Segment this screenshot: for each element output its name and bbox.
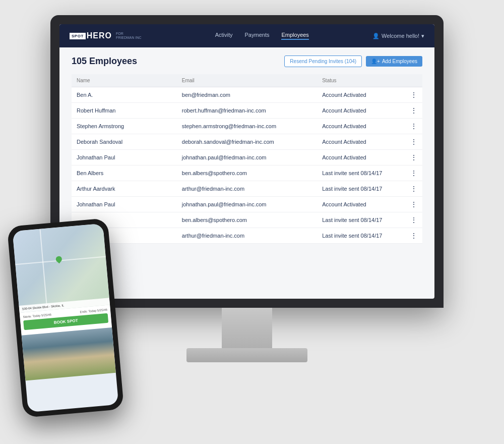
col-header-email: Email: [177, 74, 317, 87]
employee-name: Deborah Sandoval: [72, 134, 177, 150]
table-row: Stephen Armstrongstephen.armstrong@fried…: [72, 119, 422, 134]
page-content: 105 Employees Resend Pending Invites (10…: [59, 47, 434, 252]
navbar: SPOT HERO FOR FRIEDMAN INC Activity Paym…: [59, 24, 434, 47]
phone-screen: 500-04 Skokie Blvd - Skokie, IL Starts: …: [13, 224, 119, 412]
add-employees-button[interactable]: 👤+ Add Employees: [366, 56, 422, 67]
add-employees-label: Add Employees: [382, 59, 417, 64]
employee-name: Ben Albers: [72, 165, 177, 181]
table-header-row: Name Email Status: [72, 74, 422, 87]
nav-links: Activity Payments Employees: [152, 32, 372, 40]
employee-email: arthur@friedman-inc.com: [177, 228, 317, 244]
employee-name: Robert Huffman: [72, 103, 177, 119]
employee-status: Account Activated: [317, 103, 405, 119]
employee-email: stephen.armstrong@friedman-inc.com: [177, 119, 317, 134]
nav-user: 👤 Welcome hello! ▾: [372, 33, 424, 39]
map-road-vertical: [39, 229, 47, 311]
row-menu-button[interactable]: ⋮: [405, 87, 422, 103]
table-row: Deborah Sandovaldeborah.sandoval@friedma…: [72, 134, 422, 150]
employee-email: arthur@friedman-inc.com: [177, 181, 317, 197]
monitor-stand-neck: [222, 308, 272, 348]
employee-email: ben.albers@spothero.com: [177, 165, 317, 181]
employee-email: johnathan.paul@friedman-inc.com: [177, 150, 317, 165]
col-header-status: Status: [317, 74, 405, 87]
logo-hero: HERO: [87, 31, 112, 40]
user-label: Welcome hello!: [382, 33, 419, 39]
header-buttons: Resend Pending Invites (104) 👤+ Add Empl…: [284, 56, 422, 67]
user-icon: 👤: [372, 33, 380, 39]
monitor-screen: SPOT HERO FOR FRIEDMAN INC Activity Paym…: [59, 24, 434, 299]
employee-email: ben@friedman.com: [177, 87, 317, 103]
table-row: Ben Albersben.albers@spothero.comLast in…: [72, 165, 422, 181]
resend-invites-button[interactable]: Resend Pending Invites (104): [284, 56, 362, 67]
employee-table: Name Email Status Ben A.ben@friedman.com…: [72, 74, 422, 244]
nav-employees[interactable]: Employees: [281, 32, 308, 40]
row-menu-button[interactable]: ⋮: [405, 134, 422, 150]
table-row: ben.albers@spothero.comLast invite sent …: [72, 212, 422, 228]
phone-location-photo: [22, 327, 116, 380]
table-row: Johnathan Pauljohnathan.paul@friedman-in…: [72, 150, 422, 165]
employee-name: Stephen Armstrong: [72, 119, 177, 134]
employee-status: Last invite sent 08/14/17: [317, 212, 405, 228]
employee-status: Account Activated: [317, 87, 405, 103]
phone-map: 500-04 Skokie Blvd - Skokie, IL: [13, 224, 110, 313]
phone: 500-04 Skokie Blvd - Skokie, IL Starts: …: [7, 218, 124, 418]
row-menu-button[interactable]: ⋮: [405, 197, 422, 212]
nav-payments[interactable]: Payments: [245, 32, 270, 40]
employee-name: Arthur Aardvark: [72, 181, 177, 197]
employee-status: Account Activated: [317, 119, 405, 134]
employee-status: Account Activated: [317, 150, 405, 165]
page-header: 105 Employees Resend Pending Invites (10…: [72, 56, 422, 67]
table-row: Johnathan Pauljohnathan.paul@friedman-in…: [72, 197, 422, 212]
chevron-down-icon: ▾: [421, 33, 424, 39]
employee-status: Account Activated: [317, 134, 405, 150]
phone-starts: Starts: Today 5/25/46: [23, 313, 51, 318]
table-row: Arthur Aardvarkarthur@friedman-inc.comLa…: [72, 181, 422, 197]
logo-spot: SPOT: [70, 33, 86, 39]
row-menu-button[interactable]: ⋮: [405, 165, 422, 181]
monitor-stand-base: [186, 348, 307, 362]
row-menu-button[interactable]: ⋮: [405, 212, 422, 228]
table-row: Ben A.ben@friedman.comAccount Activated⋮: [72, 87, 422, 103]
employee-status: Last invite sent 08/14/17: [317, 181, 405, 197]
employee-status: Last invite sent 08/14/17: [317, 228, 405, 244]
employee-email: robert.huffman@friedman-inc.com: [177, 103, 317, 119]
row-menu-button[interactable]: ⋮: [405, 119, 422, 134]
row-menu-button[interactable]: ⋮: [405, 103, 422, 119]
table-row: arthur@friedman-inc.comLast invite sent …: [72, 228, 422, 244]
employee-status: Last invite sent 08/14/17: [317, 165, 405, 181]
logo: SPOT HERO FOR FRIEDMAN INC: [70, 31, 142, 40]
row-menu-button[interactable]: ⋮: [405, 228, 422, 244]
logo-for: FOR FRIEDMAN INC: [116, 32, 142, 40]
row-menu-button[interactable]: ⋮: [405, 150, 422, 165]
table-row: Robert Huffmanrobert.huffman@friedman-in…: [72, 103, 422, 119]
employee-status: Account Activated: [317, 197, 405, 212]
employee-name: Ben A.: [72, 87, 177, 103]
nav-activity[interactable]: Activity: [215, 32, 233, 40]
add-icon: 👤+: [371, 59, 380, 64]
employee-email: ben.albers@spothero.com: [177, 212, 317, 228]
row-menu-button[interactable]: ⋮: [405, 181, 422, 197]
employee-email: johnathan.paul@friedman-inc.com: [177, 197, 317, 212]
employee-name: Johnathan Paul: [72, 150, 177, 165]
col-header-name: Name: [72, 74, 177, 87]
scene: SPOT HERO FOR FRIEDMAN INC Activity Paym…: [0, 0, 504, 444]
phone-ends: Ends: Today 5/25/46: [80, 308, 107, 314]
map-pin: [54, 255, 63, 263]
employee-email: deborah.sandoval@friedman-inc.com: [177, 134, 317, 150]
employee-name: Johnathan Paul: [72, 197, 177, 212]
page-title: 105 Employees: [72, 56, 137, 67]
col-header-action: [405, 74, 422, 87]
